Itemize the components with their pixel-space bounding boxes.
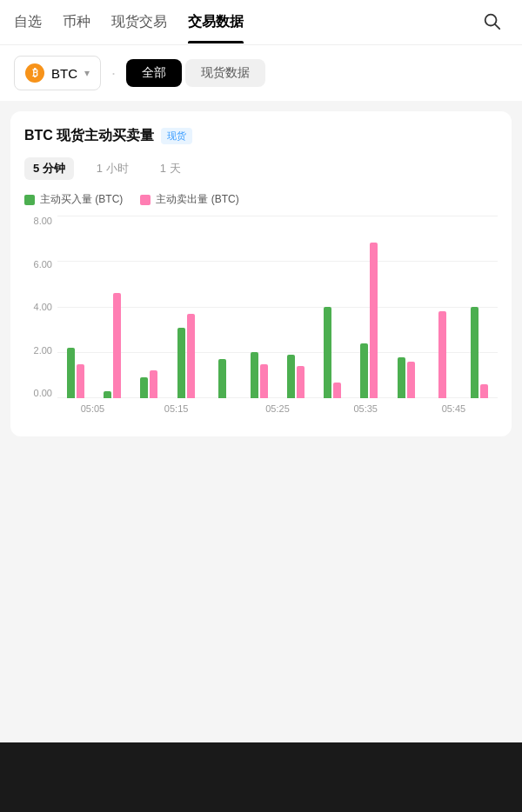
bar-group — [388, 357, 425, 398]
y-axis: 8.00 6.00 4.00 2.00 0.00 — [24, 216, 57, 398]
bar-buy — [218, 359, 226, 398]
filter-row: ₿ BTC ▾ · 全部 现货数据 — [0, 45, 522, 101]
coin-name: BTC — [51, 66, 77, 81]
bar-buy — [360, 343, 368, 398]
bar-buy — [287, 355, 295, 398]
bar-sell — [113, 293, 121, 398]
coin-icon: ₿ — [25, 63, 44, 83]
top-nav: 自选 币种 现货交易 交易数据 — [0, 0, 522, 45]
time-tab-1h[interactable]: 1 小时 — [88, 157, 137, 180]
bar-group — [241, 352, 278, 398]
legend-sell-label: 主动卖出量 (BTC) — [156, 192, 238, 207]
bars-container — [57, 216, 498, 398]
nav-item-jiaoyishuju[interactable]: 交易数据 — [188, 1, 244, 43]
bar-group — [94, 293, 130, 398]
filter-tab-group: 全部 现货数据 — [126, 59, 265, 87]
coin-selector[interactable]: ₿ BTC ▾ — [14, 56, 101, 90]
chart-title: BTC 现货主动买卖量 — [24, 127, 154, 145]
x-label: 05:15 — [164, 403, 189, 414]
nav-item-xianhuo[interactable]: 现货交易 — [111, 1, 167, 43]
bar-group — [168, 314, 204, 398]
y-label-4: 4.00 — [34, 302, 52, 312]
y-label-0: 0.00 — [34, 388, 52, 398]
nav-items: 自选 币种 现货交易 交易数据 — [14, 1, 475, 43]
bar-group — [314, 307, 351, 398]
chart-title-row: BTC 现货主动买卖量 现货 — [24, 127, 498, 145]
bar-group — [130, 370, 167, 398]
bar-buy — [471, 307, 478, 398]
legend-buy-color — [24, 195, 35, 205]
bar-buy — [251, 352, 258, 398]
x-label: 05:05 — [81, 403, 105, 414]
bar-group — [57, 348, 94, 398]
bar-sell — [333, 383, 341, 398]
bar-buy — [324, 307, 331, 398]
tab-all[interactable]: 全部 — [126, 59, 182, 87]
chart-area: 8.00 6.00 4.00 2.00 0.00 05:0505:1505:25… — [24, 216, 498, 424]
bar-buy — [67, 348, 75, 398]
bar-sell — [260, 364, 268, 398]
x-label: 05:45 — [442, 403, 466, 414]
chart-legend: 主动买入量 (BTC) 主动卖出量 (BTC) — [24, 192, 498, 207]
bar-group — [278, 355, 314, 398]
x-label: 05:25 — [265, 403, 290, 414]
bar-sell — [480, 384, 488, 398]
y-label-8: 8.00 — [34, 216, 52, 226]
x-axis: 05:0505:1505:2505:3505:45 — [57, 398, 498, 424]
bar-buy — [104, 391, 111, 398]
search-icon[interactable] — [475, 4, 508, 41]
time-tabs: 5 分钟 1 小时 1 天 — [24, 157, 498, 180]
nav-item-zixuan[interactable]: 自选 — [14, 1, 42, 43]
y-label-2: 2.00 — [34, 345, 52, 356]
bar-sell — [438, 311, 446, 398]
time-tab-5min[interactable]: 5 分钟 — [24, 157, 74, 180]
bar-sell — [187, 314, 195, 398]
bar-group — [425, 311, 461, 398]
bar-buy — [140, 377, 148, 398]
bar-sell — [150, 370, 157, 398]
legend-sell: 主动卖出量 (BTC) — [140, 192, 238, 207]
bar-group — [351, 243, 387, 398]
legend-buy-label: 主动买入量 (BTC) — [40, 192, 123, 207]
legend-sell-color — [140, 195, 151, 205]
bar-group — [461, 307, 498, 398]
chevron-down-icon: ▾ — [84, 67, 90, 79]
bar-sell — [407, 362, 415, 398]
tab-spot[interactable]: 现货数据 — [185, 59, 265, 87]
bar-sell — [370, 243, 378, 398]
bar-sell — [77, 364, 84, 398]
chart-badge: 现货 — [161, 128, 192, 144]
chart-inner — [57, 216, 498, 398]
time-tab-1d[interactable]: 1 天 — [151, 157, 190, 180]
legend-buy: 主动买入量 (BTC) — [24, 192, 123, 207]
y-label-6: 6.00 — [34, 259, 52, 270]
nav-item-bizhong[interactable]: 币种 — [63, 1, 90, 43]
bar-group — [204, 359, 241, 398]
svg-line-1 — [495, 24, 499, 29]
x-label: 05:35 — [353, 403, 378, 414]
divider: · — [111, 64, 116, 83]
bottom-strip — [0, 742, 522, 812]
bar-buy — [177, 328, 185, 398]
chart-card: BTC 现货主动买卖量 现货 5 分钟 1 小时 1 天 主动买入量 (BTC)… — [10, 111, 512, 436]
bar-sell — [297, 366, 304, 398]
bar-buy — [398, 357, 405, 398]
